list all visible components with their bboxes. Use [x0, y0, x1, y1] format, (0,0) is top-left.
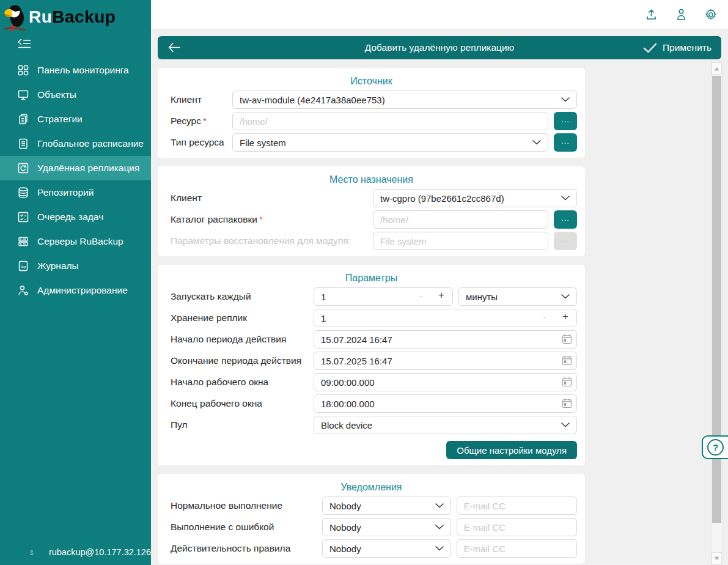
- upload-icon: [645, 8, 658, 21]
- notify-error-cc-input[interactable]: [457, 518, 577, 536]
- sidebar-item-strategies[interactable]: Стратегии: [0, 107, 151, 131]
- pool-select[interactable]: Block device: [314, 416, 577, 434]
- increment-button[interactable]: +: [561, 311, 570, 323]
- logged-in-user: rubackup@10.177.32.126: [0, 543, 151, 561]
- run-every-input[interactable]: [314, 287, 453, 306]
- period-end-label: Окончание периода действия: [171, 355, 314, 366]
- period-start-row: Начало периода действия: [171, 330, 577, 349]
- chevron-down-icon: [435, 546, 444, 551]
- sidebar-item-label: Панель мониторинга: [37, 65, 129, 76]
- window-end-row: Конец рабочего окна: [171, 394, 577, 413]
- sidebar-item-repository[interactable]: Репозиторий: [0, 180, 151, 205]
- sidebar-item-task-queue[interactable]: Очередь задач: [0, 205, 151, 229]
- notify-rule-validity-row: Действительность правила Nobody: [171, 539, 577, 558]
- source-type-select[interactable]: File system: [232, 133, 548, 152]
- collapse-sidebar-icon[interactable]: [17, 38, 33, 50]
- sidebar-item-dashboard[interactable]: Панель мониторинга: [0, 58, 151, 83]
- user-address: rubackup@10.177.32.126: [49, 547, 151, 557]
- chevron-down-icon: [561, 423, 570, 427]
- destination-dir-input[interactable]: [373, 210, 548, 229]
- run-every-unit-select[interactable]: минуты: [458, 287, 577, 306]
- source-resource-row: Ресурс* ...: [171, 112, 577, 130]
- notify-rule-validity-cc-input[interactable]: [457, 539, 577, 558]
- help-button[interactable]: ?: [702, 435, 728, 459]
- back-button[interactable]: [168, 42, 180, 53]
- repository-icon: [17, 186, 29, 199]
- page-header: Добавить удалённую репликацию Применить: [158, 36, 721, 59]
- sidebar-item-label: Репозиторий: [37, 187, 94, 198]
- window-start-input[interactable]: [314, 373, 577, 391]
- notify-success-value: Nobody: [329, 501, 361, 511]
- sidebar-item-objects[interactable]: Объекты: [0, 83, 151, 107]
- period-end-row: Окончание периода действия: [171, 352, 577, 370]
- source-type-row: Тип ресурса File system ...: [171, 133, 577, 152]
- increment-button[interactable]: +: [436, 289, 446, 301]
- decrement-button[interactable]: -: [416, 290, 425, 301]
- account-button[interactable]: [674, 8, 688, 21]
- app-logo: RuBackup: [0, 0, 151, 32]
- sidebar-item-label: Серверы RuBackup: [37, 236, 123, 247]
- decrement-button[interactable]: -: [540, 312, 549, 322]
- notify-success-cc-input[interactable]: [457, 497, 577, 515]
- sidebar-item-administration[interactable]: Администрирование: [0, 278, 151, 303]
- notify-success-label: Нормальное выполнение: [171, 500, 322, 511]
- source-type-settings-button[interactable]: ...: [554, 133, 577, 152]
- source-resource-input[interactable]: [232, 112, 548, 130]
- destination-client-value: tw-cgpro (97be2661c2cc867d): [380, 193, 504, 204]
- notify-error-value: Nobody: [329, 522, 361, 533]
- page-title: Добавить удалённую репликацию: [365, 42, 514, 53]
- sidebar-item-global-schedule[interactable]: Глобальное расписание: [0, 131, 151, 156]
- notify-success-select[interactable]: Nobody: [322, 497, 451, 515]
- period-start-label: Начало периода действия: [171, 334, 314, 345]
- notify-error-select[interactable]: Nobody: [322, 518, 451, 536]
- destination-restore-settings-button: ...: [554, 232, 577, 250]
- run-every-spinner: - +: [314, 287, 453, 306]
- period-end-input[interactable]: [314, 352, 577, 370]
- scroll-up-button[interactable]: [711, 62, 722, 75]
- sidebar-item-servers[interactable]: Серверы RuBackup: [0, 229, 151, 254]
- sidebar-item-remote-replication[interactable]: Удалённая репликация: [0, 156, 151, 180]
- strategies-icon: [17, 113, 29, 125]
- remote-replication-icon: [17, 162, 29, 174]
- section-title: Уведомления: [158, 474, 585, 493]
- destination-restore-label: Параметры восстановления для модуля:: [171, 235, 373, 246]
- calendar-icon[interactable]: [562, 377, 573, 388]
- upload-button[interactable]: [644, 8, 658, 21]
- source-resource-browse-button[interactable]: ...: [554, 112, 577, 130]
- gear-icon: [704, 8, 718, 21]
- svg-text:log: log: [21, 265, 26, 268]
- triangle-up-icon: [714, 67, 719, 71]
- vertical-scrollbar[interactable]: [711, 62, 722, 565]
- sidebar-item-journals[interactable]: log Журналы: [0, 254, 151, 278]
- notify-rule-validity-select[interactable]: Nobody: [322, 539, 451, 558]
- settings-button[interactable]: [704, 8, 718, 21]
- scroll-down-button[interactable]: [711, 552, 722, 564]
- apply-label: Применить: [663, 42, 711, 53]
- sidebar: RuBackup Панель мониторинга Объекты: [0, 0, 151, 565]
- apply-button[interactable]: Применить: [643, 36, 711, 59]
- sidebar-item-label: Администрирование: [37, 285, 128, 296]
- notify-success-row: Нормальное выполнение Nobody: [171, 497, 577, 515]
- section-notifications: Уведомления Нормальное выполнение Nobody…: [158, 474, 585, 564]
- module-settings-button[interactable]: Общие настройки модуля: [446, 441, 577, 459]
- calendar-icon[interactable]: [562, 355, 573, 366]
- source-client-select[interactable]: tw-av-module (4e2417a38a0ee753): [232, 90, 577, 109]
- chevron-down-icon: [561, 196, 570, 201]
- destination-dir-browse-button[interactable]: ...: [554, 210, 577, 229]
- run-every-row: Запускать каждый - + минуты: [171, 287, 577, 306]
- chevron-down-icon: [532, 140, 541, 145]
- calendar-icon[interactable]: [562, 334, 573, 345]
- section-parameters: Параметры Запускать каждый - + минуты Хр…: [158, 265, 585, 465]
- window-end-input[interactable]: [314, 394, 577, 413]
- destination-client-select[interactable]: tw-cgpro (97be2661c2cc867d): [373, 189, 577, 207]
- destination-restore-row: Параметры восстановления для модуля: ...: [171, 232, 577, 250]
- period-start-input[interactable]: [314, 330, 577, 349]
- chevron-down-icon: [561, 294, 570, 299]
- global-schedule-icon: [17, 138, 29, 150]
- section-destination: Место назначения Клиент tw-cgpro (97be26…: [158, 166, 585, 256]
- destination-restore-input[interactable]: [373, 232, 548, 250]
- chevron-down-icon: [435, 525, 444, 530]
- destination-dir-label: Каталог распаковки*: [171, 214, 373, 225]
- calendar-icon[interactable]: [562, 398, 573, 409]
- keep-replicas-input[interactable]: [314, 309, 577, 327]
